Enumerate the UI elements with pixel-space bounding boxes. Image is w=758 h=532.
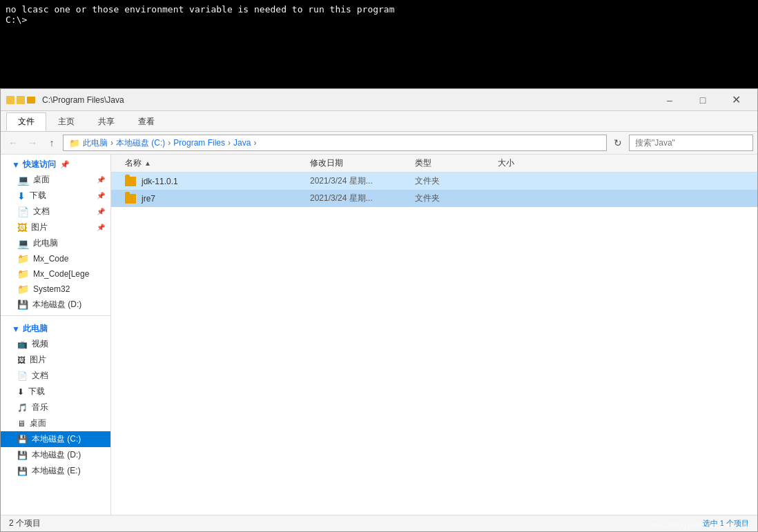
status-count: 2 个项目 bbox=[9, 518, 41, 529]
file-name-jre7: jre7 bbox=[111, 194, 304, 204]
sidebar-item-c-drive[interactable]: 💾 本地磁盘 (C:) bbox=[1, 431, 110, 447]
tab-share[interactable]: 共享 bbox=[86, 112, 126, 131]
col-header-date[interactable]: 修改日期 bbox=[304, 157, 415, 169]
close-button[interactable]: ✕ bbox=[720, 92, 752, 108]
sidebar-item-music[interactable]: 🎵 音乐 bbox=[1, 400, 110, 415]
sidebar-item-desktop[interactable]: 💻 桌面 📌 bbox=[1, 172, 110, 188]
computer-icon: 💻 bbox=[17, 238, 29, 249]
system32-folder-icon: 📁 bbox=[17, 284, 29, 295]
dl2-icon: ⬇ bbox=[17, 387, 24, 397]
sidebar-item-disk-d[interactable]: 💾 本地磁盘 (D:) bbox=[1, 297, 110, 313]
pin-icon: 📌 bbox=[60, 160, 70, 169]
pics-icon: 🖼 bbox=[17, 355, 26, 365]
file-date-jdk: 2021/3/24 星期... bbox=[304, 175, 415, 187]
chevron-thispc-icon: ▼ bbox=[12, 324, 20, 334]
col-header-type[interactable]: 类型 bbox=[415, 157, 498, 169]
forward-button[interactable]: → bbox=[24, 135, 41, 151]
pictures-icon: 🖼 bbox=[17, 222, 27, 233]
address-path[interactable]: 📁 此电脑 › 本地磁盘 (C:) › Program Files › Java… bbox=[63, 135, 607, 151]
pin-icon-downloads: 📌 bbox=[97, 192, 105, 199]
sidebar-item-e-drive[interactable]: 💾 本地磁盘 (E:) bbox=[1, 463, 110, 479]
back-button[interactable]: ← bbox=[5, 135, 21, 151]
search-box[interactable] bbox=[629, 135, 753, 151]
file-list: jdk-11.0.1 2021/3/24 星期... 文件夹 jre7 2021… bbox=[111, 173, 757, 515]
col-header-size[interactable]: 大小 bbox=[498, 157, 567, 169]
sidebar-item-mxcode[interactable]: 📁 Mx_Code bbox=[1, 251, 110, 266]
download-icon: ⬇ bbox=[17, 190, 26, 201]
refresh-button[interactable]: ↻ bbox=[610, 135, 626, 151]
path-programfiles[interactable]: Program Files bbox=[173, 138, 225, 148]
sidebar-item-thispc[interactable]: 💻 此电脑 bbox=[1, 235, 110, 251]
sidebar-item-pics[interactable]: 🖼 图片 bbox=[1, 352, 110, 368]
tab-view[interactable]: 查看 bbox=[126, 112, 166, 131]
tab-home[interactable]: 主页 bbox=[46, 112, 86, 131]
file-row-jdk[interactable]: jdk-11.0.1 2021/3/24 星期... 文件夹 bbox=[111, 173, 757, 190]
col-header-name[interactable]: 名称 ▲ bbox=[111, 157, 304, 169]
file-area: 名称 ▲ 修改日期 类型 大小 jdk-11.0.1 bbox=[111, 155, 757, 515]
window-title: C:\Program Files\Java bbox=[42, 95, 124, 105]
folder-icon-jdk bbox=[125, 177, 136, 186]
search-input[interactable] bbox=[635, 138, 747, 148]
sidebar-item-dl2[interactable]: ⬇ 下载 bbox=[1, 384, 110, 400]
sidebar-item-videos[interactable]: 📺 视频 bbox=[1, 336, 110, 352]
maximize-button[interactable]: □ bbox=[687, 92, 719, 108]
main-area: ▼ 快速访问 📌 💻 桌面 📌 ⬇ 下载 📌 📄 文档 📌 🖼 bbox=[1, 155, 757, 515]
status-bar: 2 个项目 选中 1 个项目 bbox=[1, 515, 757, 531]
title-folder-icon-small bbox=[6, 96, 14, 104]
ribbon-tabs: 文件 主页 共享 查看 bbox=[1, 111, 757, 131]
sidebar-quick-access-label[interactable]: ▼ 快速访问 📌 bbox=[1, 155, 110, 172]
sidebar-item-pictures[interactable]: 🖼 图片 📌 bbox=[1, 219, 110, 235]
title-bar: C:\Program Files\Java – □ ✕ bbox=[1, 89, 757, 111]
file-name-jdk: jdk-11.0.1 bbox=[111, 177, 304, 186]
path-thispc[interactable]: 此电脑 bbox=[83, 137, 108, 149]
mxcodelege-folder-icon: 📁 bbox=[17, 268, 29, 279]
documents-icon: 📄 bbox=[17, 206, 29, 217]
path-java[interactable]: Java bbox=[233, 138, 251, 148]
pin-icon-docs: 📌 bbox=[97, 208, 105, 215]
folder-icon: 💻 bbox=[17, 175, 29, 186]
minimize-button[interactable]: – bbox=[654, 92, 686, 108]
e-drive-icon: 💾 bbox=[17, 466, 28, 476]
column-header: 名称 ▲ 修改日期 类型 大小 bbox=[111, 155, 757, 173]
sidebar-thispc-label[interactable]: ▼ 此电脑 bbox=[1, 319, 110, 336]
desktop2-icon: 🖥 bbox=[17, 419, 26, 428]
file-type-jre7: 文件夹 bbox=[415, 193, 498, 204]
address-bar: ← → ↑ 📁 此电脑 › 本地磁盘 (C:) › Program Files … bbox=[1, 132, 757, 155]
terminal-line2: C:\> bbox=[6, 14, 752, 25]
drive-d-icon: 💾 bbox=[17, 299, 28, 310]
watermark: https://blog.csdn.net/shellcode_ bbox=[649, 521, 755, 529]
pin-icon-pictures: 📌 bbox=[97, 224, 105, 231]
title-folder-icon-small2 bbox=[17, 96, 25, 104]
folder-icon-jre7 bbox=[125, 194, 136, 204]
sidebar-item-documents[interactable]: 📄 文档 📌 bbox=[1, 204, 110, 219]
sidebar: ▼ 快速访问 📌 💻 桌面 📌 ⬇ 下载 📌 📄 文档 📌 🖼 bbox=[1, 155, 111, 515]
mxcode-folder-icon: 📁 bbox=[17, 253, 29, 264]
d-drive2-icon: 💾 bbox=[17, 451, 28, 460]
terminal: no lcasc one or those environment variab… bbox=[0, 0, 758, 88]
music-icon: 🎵 bbox=[17, 403, 28, 413]
sidebar-divider bbox=[1, 315, 110, 316]
tab-file[interactable]: 文件 bbox=[6, 112, 46, 131]
terminal-line1: no lcasc one or those environment variab… bbox=[6, 4, 752, 14]
c-drive-icon: 💾 bbox=[17, 435, 28, 444]
file-date-jre7: 2021/3/24 星期... bbox=[304, 193, 415, 204]
sort-arrow-icon: ▲ bbox=[144, 159, 151, 167]
sidebar-item-desktop2[interactable]: 🖥 桌面 bbox=[1, 415, 110, 431]
sidebar-item-mxcodelege[interactable]: 📁 Mx_Code[Lege bbox=[1, 266, 110, 282]
docs2-icon: 📄 bbox=[17, 371, 28, 381]
title-folder-icon bbox=[27, 97, 35, 104]
title-bar-left: C:\Program Files\Java bbox=[6, 95, 124, 105]
file-row-jre7[interactable]: jre7 2021/3/24 星期... 文件夹 bbox=[111, 190, 757, 207]
sidebar-item-downloads[interactable]: ⬇ 下载 📌 bbox=[1, 188, 110, 204]
sidebar-item-system32[interactable]: 📁 System32 bbox=[1, 282, 110, 297]
sidebar-item-docs2[interactable]: 📄 文档 bbox=[1, 368, 110, 384]
chevron-down-icon: ▼ bbox=[12, 160, 20, 170]
up-button[interactable]: ↑ bbox=[43, 135, 60, 151]
file-type-jdk: 文件夹 bbox=[415, 175, 498, 187]
videos-icon: 📺 bbox=[17, 339, 28, 349]
explorer-window: C:\Program Files\Java – □ ✕ 文件 主页 共享 查看 … bbox=[0, 88, 758, 532]
path-c[interactable]: 本地磁盘 (C:) bbox=[116, 137, 165, 149]
ribbon: 文件 主页 共享 查看 bbox=[1, 111, 757, 132]
title-bar-controls: – □ ✕ bbox=[654, 92, 752, 108]
sidebar-item-d-drive2[interactable]: 💾 本地磁盘 (D:) bbox=[1, 447, 110, 463]
